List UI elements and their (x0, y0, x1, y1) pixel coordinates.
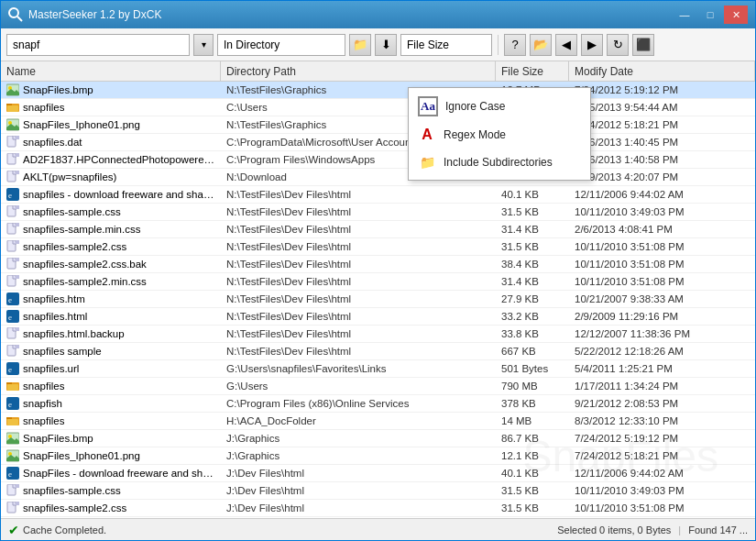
table-row[interactable]: snapfiles-sample.css J:\Dev Files\html 3… (1, 482, 755, 500)
table-row[interactable]: snapfiles-sample2.css J:\Dev Files\html … (1, 500, 755, 517)
menu-item-ignore-case[interactable]: Aa Ignore Case (409, 92, 590, 121)
help-button[interactable]: ? (504, 34, 526, 56)
file-date-cell: 12/12/2007 11:38:36 PM (569, 328, 755, 339)
table-row[interactable]: e snapfiles.url G:\Users\snapfiles\Favor… (1, 360, 755, 378)
found-count-text: Found 147 ... (688, 524, 748, 535)
file-dir-cell: J:\Graphics (221, 450, 496, 461)
table-row[interactable]: AKLT(pw=snapfiles) N:\Download 170 KB 4/… (1, 169, 755, 186)
titlebar-title: MasterSeeker 1.2 by DxCK (28, 8, 161, 21)
titlebar-left: MasterSeeker 1.2 by DxCK (8, 7, 161, 22)
table-row[interactable]: e SnapFiles - download freeware and shar… (1, 465, 755, 482)
table-row[interactable]: SnapFiles_Iphone01.png J:\Graphics 12.1 … (1, 447, 755, 465)
file-date-cell: 2/6/2013 4:08:41 PM (569, 224, 755, 235)
file-type-icon: e (6, 467, 19, 480)
file-list[interactable]: SnapFiles SnapFiles.bmp N:\TestFiles\Gra… (1, 82, 755, 518)
selected-items-text: Selected 0 items, 0 Bytes (557, 524, 671, 535)
file-name-cell: e snapfiles.url (1, 362, 221, 375)
svg-rect-32 (16, 327, 19, 331)
table-row[interactable]: snapfiles G:\Users 790 MB 1/17/2011 1:34… (1, 378, 755, 395)
file-type-icon (6, 136, 19, 149)
table-row[interactable]: snapfiles-sample.css N:\TestFiles\Dev Fi… (1, 204, 755, 221)
file-type-icon (6, 223, 19, 236)
table-row[interactable]: snapfiles-sample2.css N:\TestFiles\Dev F… (1, 238, 755, 256)
file-size-cell: 31.5 KB (496, 502, 569, 513)
svg-rect-26 (16, 275, 19, 279)
file-date-cell: 12/11/2006 9:44:02 AM (569, 468, 755, 479)
file-name-text: snapfiles-sample.css (23, 206, 121, 217)
file-name-cell: snapfiles-sample2.css (1, 240, 221, 253)
table-row[interactable]: e snapfish C:\Program Files (x86)\Online… (1, 395, 755, 413)
statusbar-sep: | (678, 524, 681, 535)
maximize-button[interactable]: □ (698, 6, 722, 24)
file-type-icon (6, 484, 19, 497)
location-input[interactable] (217, 34, 345, 56)
file-name-text: snapfiles.htm (23, 293, 85, 304)
file-name-text: snapfiles.dat (23, 137, 82, 148)
statusbar: ✔ Cache Completed. Selected 0 items, 0 B… (1, 518, 755, 540)
svg-text:e: e (8, 469, 12, 479)
table-row[interactable]: snapfiles H:\ACA_DocFolder 14 MB 8/3/201… (1, 413, 755, 430)
table-row[interactable]: snapfiles.html.backup N:\TestFiles\Dev F… (1, 326, 755, 343)
file-size-cell: 31.4 KB (496, 224, 569, 235)
file-name-cell: SnapFiles.bmp (1, 432, 221, 445)
menu-item-regex-mode[interactable]: A Regex Mode (409, 121, 590, 149)
file-type-icon: e (6, 397, 19, 410)
menu-item-include-subdirs[interactable]: 📁 Include Subdirectories (409, 149, 590, 176)
table-row[interactable]: snapfiles C:\Users 9/25/2013 9:54:44 AM (1, 99, 755, 116)
search-input[interactable] (6, 34, 190, 56)
file-dir-cell: N:\TestFiles\Dev Files\html (221, 224, 496, 235)
file-size-cell: 501 Bytes (496, 363, 569, 374)
col-header-date[interactable]: Modify Date (569, 61, 755, 81)
file-name-text: snapfiles-sample.css (23, 485, 121, 496)
nav-back-button[interactable]: ◀ (555, 34, 577, 56)
file-type-icon: e (6, 362, 19, 375)
file-name-text: AD2F1837.HPConnectedPhotopoweredBySn... (23, 154, 215, 165)
file-dir-cell: N:\TestFiles\Dev Files\html (221, 276, 496, 287)
down-arrow-button[interactable]: ⬇ (375, 34, 397, 56)
table-row[interactable]: SnapFiles.bmp J:\Graphics 86.7 KB 7/24/2… (1, 430, 755, 447)
table-row[interactable]: snapfiles-sample.min.css N:\TestFiles\De… (1, 221, 755, 238)
folder-browse-button[interactable]: 📁 (349, 34, 371, 56)
nav-fwd-button[interactable]: ▶ (581, 34, 603, 56)
table-row[interactable]: snapfiles-sample2.min.css N:\TestFiles\D… (1, 273, 755, 291)
table-row[interactable]: e snapfiles - download freeware and shar… (1, 186, 755, 204)
table-row[interactable]: snapfiles.dat C:\ProgramData\Microsoft\U… (1, 134, 755, 151)
file-name-text: snapfish (23, 398, 62, 409)
file-size-cell: 14 MB (496, 415, 569, 426)
stop-button[interactable]: ⬛ (632, 34, 654, 56)
file-name-text: snapfiles-sample2.min.css (23, 276, 147, 287)
file-name-cell: snapfiles-sample2.css (1, 502, 221, 514)
dropdown-menu: Aa Ignore Case A Regex Mode 📁 Include Su… (408, 87, 591, 181)
file-date-cell: 10/11/2010 3:51:08 PM (569, 241, 755, 252)
file-size-cell: 40.1 KB (496, 468, 569, 479)
table-row[interactable]: SnapFiles.bmp N:\TestFiles\Graphics 12.7… (1, 82, 755, 99)
table-row[interactable]: AD2F1837.HPConnectedPhotopoweredBySn... … (1, 151, 755, 169)
refresh-button[interactable]: ↻ (607, 34, 629, 56)
col-header-dir[interactable]: Directory Path (221, 61, 496, 81)
file-type-icon: e (6, 310, 19, 323)
file-name-text: snapfiles (23, 102, 64, 113)
file-date-cell: 7/24/2012 5:18:21 PM (569, 450, 755, 461)
table-row[interactable]: snapfiles-sample2.css.bak J:\Dev Files\h… (1, 517, 755, 518)
open-folder-button[interactable]: 📂 (530, 34, 552, 56)
svg-rect-5 (6, 104, 12, 105)
table-row[interactable]: snapfiles sample N:\TestFiles\Dev Files\… (1, 343, 755, 360)
table-row[interactable]: SnapFiles_Iphone01.png N:\TestFiles\Grap… (1, 116, 755, 134)
table-row[interactable]: snapfiles-sample2.css.bak N:\TestFiles\D… (1, 256, 755, 273)
svg-rect-44 (7, 419, 18, 425)
svg-rect-43 (6, 417, 12, 419)
table-row[interactable]: e snapfiles.html N:\TestFiles\Dev Files\… (1, 308, 755, 326)
search-dropdown-button[interactable]: ▾ (193, 34, 214, 56)
col-header-size[interactable]: File Size (496, 61, 569, 81)
close-button[interactable]: ✕ (724, 6, 748, 24)
table-row[interactable]: e snapfiles.htm N:\TestFiles\Dev Files\h… (1, 291, 755, 308)
file-date-cell: 8/3/2012 12:33:10 PM (569, 415, 755, 426)
svg-rect-54 (16, 502, 19, 505)
file-size-input[interactable] (400, 34, 492, 56)
col-header-name[interactable]: Name (1, 61, 221, 81)
file-name-text: snapfiles (23, 381, 64, 392)
svg-rect-12 (16, 153, 19, 157)
svg-text:e: e (8, 295, 12, 304)
minimize-button[interactable]: — (673, 6, 696, 24)
file-name-cell: e snapfiles.htm (1, 293, 221, 305)
